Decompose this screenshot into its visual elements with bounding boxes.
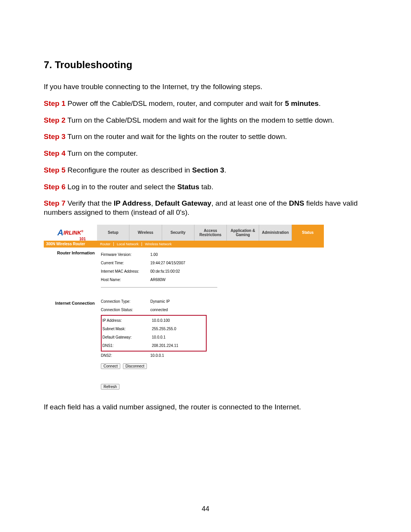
tab-access-restrictions[interactable]: Access Restrictions <box>194 225 227 241</box>
step-5: Step 5 Reconfigure the router as describ… <box>44 166 367 175</box>
row-connection-type: Connection Type:Dynamic IP <box>101 297 324 306</box>
refresh-button[interactable]: Refresh <box>101 384 119 390</box>
row-current-time: Current Time:19:44:27 04/15/2007 <box>101 259 324 267</box>
step-1: Step 1 Power off the Cable/DSL modem, ro… <box>44 99 367 108</box>
section-router-information: Router Information <box>44 251 97 255</box>
row-connection-status: Connection Status:connected <box>101 306 324 314</box>
model-label: 300N Wireless Router <box>44 242 97 246</box>
tab-setup[interactable]: Setup <box>97 225 129 241</box>
tab-wireless[interactable]: Wireless <box>129 225 162 241</box>
tab-administration[interactable]: Administration <box>259 225 292 241</box>
section-internet-connection: Internet Connection <box>44 301 97 305</box>
row-host-name: Host Name:AR680W <box>101 276 324 284</box>
row-subnet-mask: Subnet Mask:255.255.255.0 <box>102 325 205 333</box>
page-number: 44 <box>0 505 411 513</box>
row-internet-mac: Internet MAC Address:00:de:fa:15:00:02 <box>101 267 324 276</box>
subtab-router[interactable]: Router <box>97 242 114 246</box>
intro-text: If you have trouble connecting to the In… <box>44 82 367 91</box>
step-3: Step 3 Turn on the router and wait for t… <box>44 132 367 141</box>
router-body: Router Information Internet Connection F… <box>44 248 324 395</box>
router-header: AIRLINK® 101 Setup Wireless Security Acc… <box>44 225 324 241</box>
sub-nav-bar: 300N Wireless Router Router Local Networ… <box>44 241 324 248</box>
step-4: Step 4 Turn on the computer. <box>44 149 367 158</box>
tab-status[interactable]: Status <box>292 225 324 241</box>
row-ip-address: IP Address:10.0.0.100 <box>102 316 205 325</box>
step-6: Step 6 Log in to the router and select t… <box>44 182 367 192</box>
row-dns2: DNS2:10.0.0.1 <box>101 351 324 360</box>
highlighted-network-fields: IP Address:10.0.0.100 Subnet Mask:255.25… <box>101 315 207 351</box>
row-default-gateway: Default Gateway:10.0.0.1 <box>102 333 205 342</box>
step-7: Step 7 Verify that the IP Address, Defau… <box>44 199 367 217</box>
disconnect-button[interactable]: Disconnect <box>123 363 147 369</box>
subtab-wireless-network[interactable]: Wireless Network <box>142 242 175 246</box>
closing-text: If each field has a valid number assigne… <box>44 403 367 412</box>
tab-security[interactable]: Security <box>162 225 194 241</box>
row-firmware-version: Firmware Version:1.00 <box>101 251 324 259</box>
router-status-screenshot: AIRLINK® 101 Setup Wireless Security Acc… <box>44 225 324 395</box>
main-tabs: Setup Wireless Security Access Restricti… <box>97 225 324 241</box>
step-2: Step 2 Turn on the Cable/DSL modem and w… <box>44 116 367 125</box>
connect-button[interactable]: Connect <box>101 363 120 369</box>
subtab-local-network[interactable]: Local Network <box>114 242 142 246</box>
airlink-logo: AIRLINK® 101 <box>44 225 97 241</box>
tab-application-gaming[interactable]: Application & Gaming <box>227 225 259 241</box>
page-title: 7. Troubleshooting <box>44 59 367 71</box>
row-dns1: DNS1:208.201.224.11 <box>102 342 205 350</box>
